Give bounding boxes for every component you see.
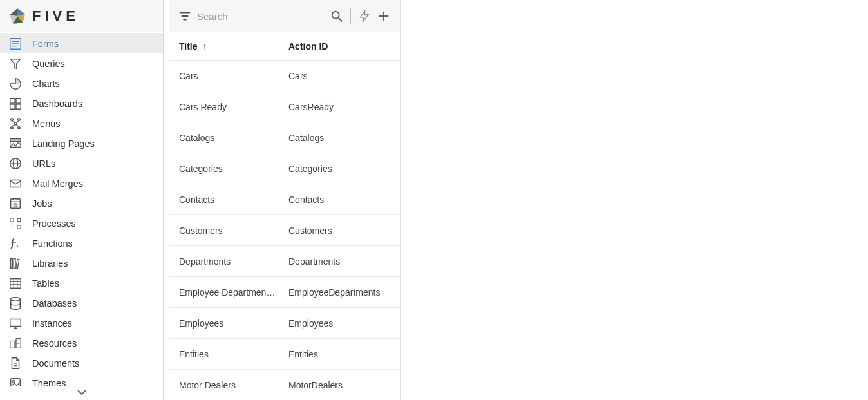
search-input[interactable] bbox=[197, 11, 325, 22]
sidebar-item-label: Queries bbox=[32, 59, 65, 69]
resource-icon bbox=[8, 336, 23, 351]
cell-title: Entities bbox=[179, 349, 288, 359]
cell-title: Contacts bbox=[179, 195, 288, 205]
search-icon[interactable] bbox=[330, 9, 344, 23]
svg-line-13 bbox=[12, 120, 15, 122]
cell-title: Cars Ready bbox=[179, 102, 288, 112]
svg-rect-22 bbox=[10, 180, 21, 187]
table-row[interactable]: Motor DealersMotorDealers bbox=[169, 370, 400, 400]
sidebar-item-label: Forms bbox=[32, 39, 59, 49]
column-header-title[interactable]: Title ↑ bbox=[179, 41, 288, 52]
sidebar-item-label: Charts bbox=[32, 79, 60, 89]
toolbar-divider bbox=[350, 8, 351, 24]
svg-rect-30 bbox=[10, 218, 14, 222]
table-icon bbox=[8, 276, 23, 291]
sidebar-more-icon[interactable] bbox=[0, 386, 163, 400]
cell-title: Motor Dealers bbox=[179, 380, 288, 390]
table-row[interactable]: Employee Departmen…EmployeeDepartments bbox=[169, 277, 400, 308]
svg-point-8 bbox=[11, 118, 14, 120]
cell-action-id: Contacts bbox=[288, 195, 390, 205]
table-row[interactable]: ContactsContacts bbox=[169, 184, 400, 215]
form-icon bbox=[8, 36, 23, 52]
sidebar-header: FIVE bbox=[0, 0, 163, 32]
table-row[interactable]: DepartmentsDepartments bbox=[169, 246, 400, 277]
svg-rect-44 bbox=[10, 319, 21, 326]
sidebar-item-instances[interactable]: Instances bbox=[0, 313, 163, 333]
theme-icon bbox=[8, 376, 23, 386]
sidebar-item-databases[interactable]: Databases bbox=[0, 293, 163, 313]
sidebar-item-functions[interactable]: xFunctions bbox=[0, 233, 163, 253]
mail-icon bbox=[8, 176, 23, 191]
cell-action-id: Catalogs bbox=[288, 133, 390, 143]
sidebar-item-libraries[interactable]: Libraries bbox=[0, 253, 163, 273]
cell-action-id: CarsReady bbox=[288, 102, 390, 112]
sidebar-item-tables[interactable]: Tables bbox=[0, 273, 163, 293]
table-row[interactable]: Cars ReadyCarsReady bbox=[169, 91, 400, 122]
sidebar-item-label: Dashboards bbox=[32, 99, 82, 109]
cell-action-id: Entities bbox=[288, 349, 390, 359]
sidebar-item-processes[interactable]: Processes bbox=[0, 213, 163, 233]
cell-title: Employees bbox=[179, 318, 288, 329]
database-icon bbox=[8, 296, 23, 311]
sidebar-item-label: Landing Pages bbox=[32, 138, 95, 149]
cell-action-id: Customers bbox=[288, 225, 390, 236]
sidebar-item-label: Mail Merges bbox=[32, 178, 83, 189]
svg-line-15 bbox=[12, 124, 15, 126]
add-icon[interactable] bbox=[377, 9, 391, 23]
table-row[interactable]: CategoriesCategories bbox=[169, 153, 400, 184]
cell-action-id: EmployeeDepartments bbox=[288, 287, 390, 298]
menu-icon bbox=[8, 116, 23, 131]
cell-title: Departments bbox=[179, 256, 288, 267]
sidebar-item-themes[interactable]: Themes bbox=[0, 373, 163, 386]
content-panel: Title ↑ Action ID CarsCarsCars ReadyCars… bbox=[169, 0, 401, 400]
sidebar: FIVE FormsQueriesChartsDashboardsMenusLa… bbox=[0, 0, 164, 400]
svg-rect-38 bbox=[10, 278, 21, 288]
sidebar-item-documents[interactable]: Documents bbox=[0, 353, 163, 373]
svg-rect-5 bbox=[16, 98, 21, 102]
column-header-title-label: Title bbox=[179, 41, 198, 52]
bolt-icon[interactable] bbox=[357, 9, 372, 23]
table-row[interactable]: CustomersCustomers bbox=[169, 215, 400, 246]
svg-rect-4 bbox=[10, 98, 15, 102]
sidebar-item-label: Functions bbox=[32, 238, 73, 249]
sidebar-item-jobs[interactable]: Jobs bbox=[0, 193, 163, 213]
svg-line-56 bbox=[339, 18, 343, 22]
svg-point-55 bbox=[332, 12, 339, 19]
function-icon: x bbox=[8, 236, 23, 251]
svg-point-9 bbox=[18, 118, 21, 120]
process-icon bbox=[8, 216, 23, 231]
sidebar-item-dashboards[interactable]: Dashboards bbox=[0, 93, 163, 113]
table-row[interactable]: CatalogsCatalogs bbox=[169, 122, 400, 153]
svg-line-16 bbox=[17, 124, 19, 126]
detail-pane bbox=[401, 0, 868, 400]
table-row[interactable]: CarsCars bbox=[169, 61, 400, 91]
sidebar-item-menus[interactable]: Menus bbox=[0, 113, 163, 133]
sidebar-item-label: URLs bbox=[32, 158, 55, 169]
sidebar-item-landing-pages[interactable]: Landing Pages bbox=[0, 133, 163, 153]
cell-title: Employee Departmen… bbox=[179, 287, 288, 298]
table-row[interactable]: EntitiesEntities bbox=[169, 339, 400, 370]
svg-rect-7 bbox=[16, 104, 21, 108]
sidebar-item-label: Resources bbox=[32, 338, 77, 348]
cell-action-id: Cars bbox=[288, 71, 390, 81]
sidebar-item-label: Instances bbox=[32, 318, 72, 329]
sidebar-item-label: Jobs bbox=[32, 198, 52, 209]
sidebar-item-label: Databases bbox=[32, 298, 77, 309]
svg-point-54 bbox=[12, 380, 15, 383]
sidebar-item-label: Processes bbox=[32, 218, 76, 229]
cell-title: Cars bbox=[179, 71, 288, 81]
forms-table: Title ↑ Action ID CarsCarsCars ReadyCars… bbox=[169, 32, 400, 400]
sidebar-item-queries[interactable]: Queries bbox=[0, 53, 163, 73]
column-header-action-id[interactable]: Action ID bbox=[288, 41, 390, 52]
sidebar-item-charts[interactable]: Charts bbox=[0, 73, 163, 93]
document-icon bbox=[8, 356, 23, 371]
svg-point-32 bbox=[17, 218, 21, 222]
svg-rect-31 bbox=[17, 225, 21, 229]
sidebar-item-urls[interactable]: URLs bbox=[0, 153, 163, 173]
sidebar-item-mail-merges[interactable]: Mail Merges bbox=[0, 173, 163, 193]
svg-rect-6 bbox=[10, 104, 15, 108]
sidebar-item-resources[interactable]: Resources bbox=[0, 333, 163, 353]
table-row[interactable]: EmployeesEmployees bbox=[169, 308, 400, 339]
filter-icon[interactable] bbox=[178, 9, 192, 23]
sidebar-item-forms[interactable]: Forms bbox=[0, 33, 163, 53]
